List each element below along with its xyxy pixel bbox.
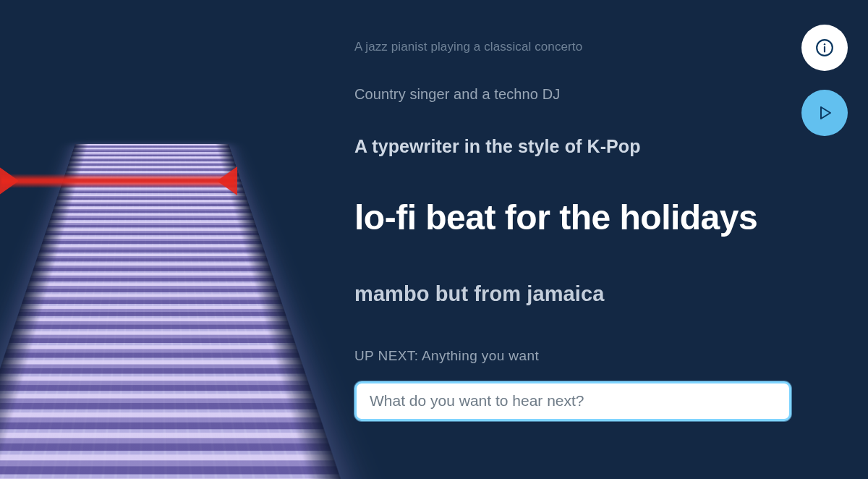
waveform-visualizer (0, 0, 333, 479)
prompt-input[interactable] (354, 381, 791, 421)
prompt-queue: A jazz pianist playing a classical conce… (354, 40, 839, 450)
queue-item-prev1[interactable]: A typewriter in the style of K-Pop (354, 136, 839, 157)
playhead-bar (1, 174, 234, 188)
prompt-input-wrap (354, 381, 791, 421)
queue-item-next[interactable]: mambo but from jamaica (354, 282, 839, 306)
waveform-runway (0, 144, 336, 466)
queue-item-prev2[interactable]: Country singer and a techno DJ (354, 86, 839, 103)
playhead-scanline (1, 166, 234, 195)
queue-item-current[interactable]: lo-fi beat for the holidays (354, 199, 839, 237)
playhead-right-marker (217, 166, 237, 195)
playhead-left-marker (0, 166, 19, 195)
waveform-lane (0, 0, 373, 144)
up-next-label: UP NEXT: Anything you want (354, 348, 839, 364)
queue-item-far[interactable]: A jazz pianist playing a classical conce… (354, 40, 839, 54)
